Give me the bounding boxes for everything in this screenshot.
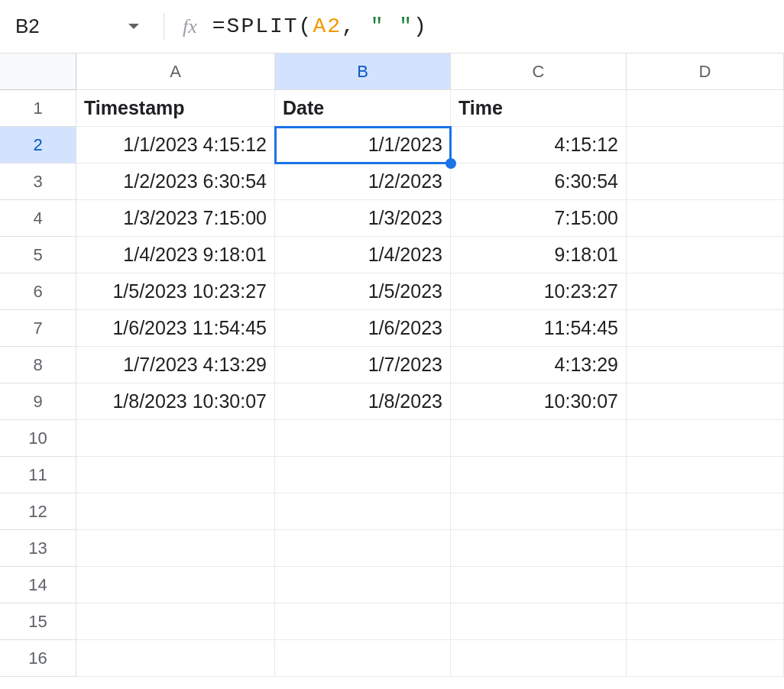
divider: [164, 13, 164, 40]
row-header-6[interactable]: 6: [0, 273, 76, 310]
formula-string: " ": [371, 15, 413, 38]
formula-prefix: =: [212, 15, 227, 38]
column-header-D[interactable]: D: [627, 53, 784, 90]
cell-B16[interactable]: [275, 640, 451, 677]
cell-C8[interactable]: 4:13:29: [451, 347, 627, 383]
caret-down-icon[interactable]: [128, 24, 139, 29]
cell-D5[interactable]: [627, 237, 784, 273]
cell-C5[interactable]: 9:18:01: [451, 237, 627, 273]
cell-C10[interactable]: [451, 420, 627, 457]
row-header-13[interactable]: 13: [0, 530, 76, 567]
row-header-8[interactable]: 8: [0, 347, 76, 383]
cell-C6[interactable]: 10:23:27: [451, 273, 627, 310]
cell-D3[interactable]: [627, 163, 784, 200]
cell-B7[interactable]: 1/6/2023: [275, 310, 451, 347]
cell-A15[interactable]: [76, 603, 275, 640]
cell-C16[interactable]: [451, 640, 627, 677]
cell-D2[interactable]: [627, 127, 784, 163]
formula-ref: A2: [313, 15, 342, 38]
cell-C12[interactable]: [451, 493, 627, 530]
formula-bar: B2 fx =SPLIT(A2, " "): [0, 0, 784, 53]
cell-D14[interactable]: [627, 567, 784, 603]
cell-A12[interactable]: [76, 493, 275, 530]
cell-B8[interactable]: 1/7/2023: [275, 347, 451, 383]
formula-close: ): [413, 15, 428, 38]
row-header-15[interactable]: 15: [0, 603, 76, 640]
column-header-A[interactable]: A: [76, 53, 275, 90]
cell-C3[interactable]: 6:30:54: [451, 163, 627, 200]
name-box[interactable]: B2: [15, 15, 145, 38]
cell-C13[interactable]: [451, 530, 627, 567]
row-header-1[interactable]: 1: [0, 90, 76, 127]
row-header-5[interactable]: 5: [0, 237, 76, 273]
cell-D4[interactable]: [627, 200, 784, 237]
row-header-3[interactable]: 3: [0, 163, 76, 200]
cell-D11[interactable]: [627, 457, 784, 493]
row-header-4[interactable]: 4: [0, 200, 76, 237]
cell-D9[interactable]: [627, 383, 784, 420]
cell-D1[interactable]: [627, 90, 784, 127]
cell-B3[interactable]: 1/2/2023: [275, 163, 451, 200]
cell-C14[interactable]: [451, 567, 627, 603]
formula-open: (: [299, 15, 313, 38]
spreadsheet-grid[interactable]: ABCD1TimestampDateTime21/1/2023 4:15:121…: [0, 53, 784, 677]
column-header-B[interactable]: B: [275, 53, 451, 90]
cell-D7[interactable]: [627, 310, 784, 347]
row-header-14[interactable]: 14: [0, 567, 76, 603]
cell-B2[interactable]: 1/1/2023: [275, 127, 451, 163]
cell-A13[interactable]: [76, 530, 275, 567]
cell-D13[interactable]: [627, 530, 784, 567]
cell-B14[interactable]: [275, 567, 451, 603]
formula-comma: ,: [342, 15, 371, 38]
row-header-9[interactable]: 9: [0, 383, 76, 420]
cell-A8[interactable]: 1/7/2023 4:13:29: [76, 347, 275, 383]
fx-icon[interactable]: fx: [183, 15, 197, 38]
cell-B10[interactable]: [275, 420, 451, 457]
cell-C11[interactable]: [451, 457, 627, 493]
column-header-C[interactable]: C: [451, 53, 627, 90]
row-header-7[interactable]: 7: [0, 310, 76, 347]
cell-C9[interactable]: 10:30:07: [451, 383, 627, 420]
cell-B9[interactable]: 1/8/2023: [275, 383, 451, 420]
name-box-value: B2: [15, 15, 128, 38]
cell-A6[interactable]: 1/5/2023 10:23:27: [76, 273, 275, 310]
cell-C7[interactable]: 11:54:45: [451, 310, 627, 347]
cell-B12[interactable]: [275, 493, 451, 530]
cell-B1[interactable]: Date: [275, 90, 451, 127]
row-header-12[interactable]: 12: [0, 493, 76, 530]
cell-A1[interactable]: Timestamp: [76, 90, 275, 127]
cell-D8[interactable]: [627, 347, 784, 383]
cell-A16[interactable]: [76, 640, 275, 677]
cell-B11[interactable]: [275, 457, 451, 493]
row-header-2[interactable]: 2: [0, 127, 76, 163]
cell-A2[interactable]: 1/1/2023 4:15:12: [76, 127, 275, 163]
row-header-16[interactable]: 16: [0, 640, 76, 677]
cell-B5[interactable]: 1/4/2023: [275, 237, 451, 273]
cell-A10[interactable]: [76, 420, 275, 457]
formula-function: SPLIT: [227, 15, 299, 38]
cell-C1[interactable]: Time: [451, 90, 627, 127]
cell-C15[interactable]: [451, 603, 627, 640]
cell-A11[interactable]: [76, 457, 275, 493]
cell-C4[interactable]: 7:15:00: [451, 200, 627, 237]
cell-A7[interactable]: 1/6/2023 11:54:45: [76, 310, 275, 347]
cell-B15[interactable]: [275, 603, 451, 640]
row-header-10[interactable]: 10: [0, 420, 76, 457]
cell-A9[interactable]: 1/8/2023 10:30:07: [76, 383, 275, 420]
select-all-corner[interactable]: [0, 53, 76, 90]
cell-D16[interactable]: [627, 640, 784, 677]
cell-C2[interactable]: 4:15:12: [451, 127, 627, 163]
cell-A4[interactable]: 1/3/2023 7:15:00: [76, 200, 275, 237]
cell-A3[interactable]: 1/2/2023 6:30:54: [76, 163, 275, 200]
row-header-11[interactable]: 11: [0, 457, 76, 493]
formula-input[interactable]: =SPLIT(A2, " "): [212, 15, 428, 38]
cell-B4[interactable]: 1/3/2023: [275, 200, 451, 237]
cell-D6[interactable]: [627, 273, 784, 310]
cell-D10[interactable]: [627, 420, 784, 457]
cell-A5[interactable]: 1/4/2023 9:18:01: [76, 237, 275, 273]
cell-A14[interactable]: [76, 567, 275, 603]
cell-D12[interactable]: [627, 493, 784, 530]
cell-B13[interactable]: [275, 530, 451, 567]
cell-D15[interactable]: [627, 603, 784, 640]
cell-B6[interactable]: 1/5/2023: [275, 273, 451, 310]
